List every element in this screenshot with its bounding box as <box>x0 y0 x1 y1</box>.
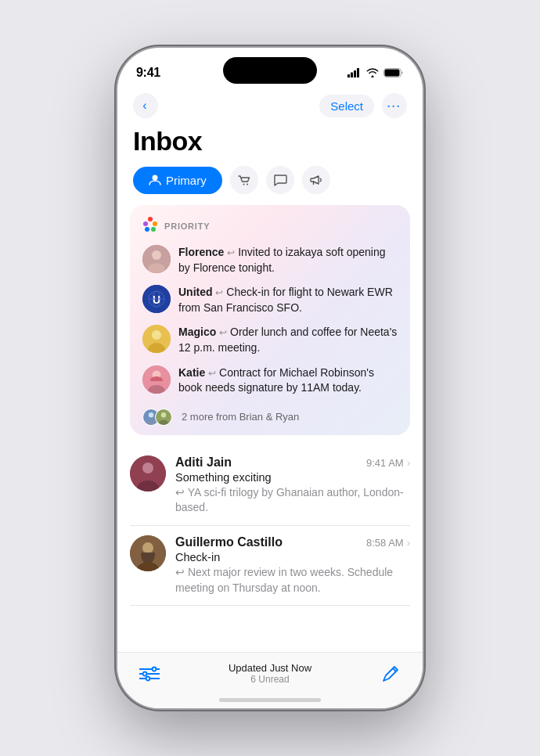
email-item-aditi[interactable]: Aditi Jain 9:41 AM › Something exciting … <box>130 446 410 526</box>
svg-point-12 <box>145 227 149 232</box>
svg-point-9 <box>148 217 153 221</box>
priority-header: PRIORITY <box>142 216 398 236</box>
priority-item-united[interactable]: U United ↩ Check-in for flight to Newark… <box>142 285 398 315</box>
reply-icon-florence: ↩ <box>227 247 235 260</box>
reply-icon-katie: ↩ <box>208 367 216 380</box>
priority-text-katie: Katie ↩ Contract for Michael Robinson's … <box>178 365 398 396</box>
unread-count: 6 Unread <box>229 674 311 685</box>
svg-point-13 <box>143 221 148 226</box>
nav-actions: Select ●●● <box>319 93 407 118</box>
megaphone-icon <box>309 173 323 187</box>
avatar-ryan <box>155 409 172 426</box>
filter-button[interactable] <box>136 661 163 687</box>
svg-point-38 <box>142 542 153 553</box>
back-button[interactable]: ‹ <box>133 93 158 118</box>
priority-item-florence[interactable]: Florence ↩ Invited to izakaya soft openi… <box>142 245 398 275</box>
email-header-guillermo: Guillermo Castillo 8:58 AM › <box>175 535 410 549</box>
chevron-icon-guillermo: › <box>407 537 410 549</box>
svg-rect-5 <box>385 70 400 77</box>
email-subject-guillermo: Check-in <box>175 551 410 563</box>
svg-rect-3 <box>357 68 359 77</box>
tab-primary-label: Primary <box>166 174 207 187</box>
avatar-united: U <box>142 285 171 313</box>
priority-label: PRIORITY <box>164 221 210 231</box>
united-avatar: U <box>142 285 171 313</box>
reply-icon-magico: ↩ <box>219 326 227 340</box>
svg-point-23 <box>152 330 161 340</box>
priority-text-magico: Magico ↩ Order lunch and coffee for Neet… <box>178 325 398 355</box>
email-preview-aditi: ↩ YA sci-fi trilogy by Ghanaian author, … <box>175 485 410 516</box>
priority-sender-katie: Katie <box>178 366 205 379</box>
svg-point-8 <box>247 184 248 185</box>
priority-sender-florence: Florence <box>178 246 224 258</box>
chevron-icon-aditi: › <box>407 457 410 469</box>
aditi-avatar-img <box>130 455 166 491</box>
guillermo-avatar-img <box>130 535 166 571</box>
avatar-aditi <box>130 455 166 491</box>
svg-point-6 <box>153 175 158 181</box>
chat-icon <box>273 173 287 187</box>
email-item-guillermo[interactable]: Guillermo Castillo 8:58 AM › Check-in ↩ … <box>130 526 410 606</box>
email-preview-guillermo: ↩ Next major review in two weeks. Schedu… <box>175 565 410 596</box>
reply-icon-united: ↩ <box>215 286 223 300</box>
compose-button[interactable] <box>377 661 404 687</box>
avatar-stack <box>142 409 167 426</box>
email-subject-aditi: Something exciting <box>175 471 410 484</box>
phone-frame: 9:41 ‹ <box>117 48 423 708</box>
avatar-magico <box>142 325 171 353</box>
priority-text-florence: Florence ↩ Invited to izakaya soft openi… <box>178 245 398 275</box>
svg-point-11 <box>151 227 156 232</box>
tab-shopping[interactable] <box>230 166 258 194</box>
select-button[interactable]: Select <box>319 95 374 117</box>
priority-item-magico[interactable]: Magico ↩ Order lunch and coffee for Neet… <box>142 325 398 355</box>
svg-rect-1 <box>351 73 353 78</box>
email-content-aditi: Aditi Jain 9:41 AM › Something exciting … <box>175 455 410 516</box>
svg-point-10 <box>153 221 157 226</box>
more-from-text: 2 more from Brian & Ryan <box>182 411 299 423</box>
page-title: Inbox <box>117 123 423 166</box>
bottom-center: Updated Just Now 6 Unread <box>229 662 311 685</box>
more-from-row[interactable]: 2 more from Brian & Ryan <box>142 405 398 426</box>
priority-sender-united: United <box>178 286 213 298</box>
nav-bar: ‹ Select ●●● <box>117 87 423 123</box>
svg-rect-0 <box>347 74 350 77</box>
updated-text: Updated Just Now <box>229 662 311 674</box>
home-indicator <box>219 698 321 702</box>
status-icons <box>347 68 404 77</box>
svg-point-7 <box>243 184 244 185</box>
filter-icon <box>139 665 160 682</box>
svg-point-29 <box>149 412 153 417</box>
signal-icon <box>347 68 362 77</box>
priority-icon <box>142 216 158 236</box>
status-bar: 9:41 <box>117 48 423 87</box>
email-list: Aditi Jain 9:41 AM › Something exciting … <box>117 446 423 606</box>
tab-promotions[interactable] <box>302 166 330 194</box>
magico-avatar <box>142 325 171 353</box>
email-header-aditi: Aditi Jain 9:41 AM › <box>175 455 410 470</box>
battery-icon <box>383 68 404 77</box>
tab-bar: Primary <box>117 166 423 205</box>
back-chevron-icon: ‹ <box>142 99 146 113</box>
tab-messages[interactable] <box>266 166 294 194</box>
priority-badge-icon <box>142 216 158 232</box>
shopping-icon <box>237 173 251 187</box>
avatar-guillermo <box>130 535 166 571</box>
wifi-icon <box>366 68 379 77</box>
email-time-aditi: 9:41 AM › <box>366 457 410 469</box>
katie-avatar <box>142 365 171 394</box>
svg-rect-2 <box>354 70 356 77</box>
email-sender-guillermo: Guillermo Castillo <box>175 535 283 549</box>
tab-primary[interactable]: Primary <box>133 167 222 194</box>
email-time-guillermo: 8:58 AM › <box>366 537 410 549</box>
compose-icon <box>380 664 401 684</box>
avatar-florence <box>142 245 171 273</box>
priority-text-united: United ↩ Check-in for flight to Newark E… <box>178 285 398 315</box>
more-button[interactable]: ●●● <box>382 93 407 118</box>
svg-point-15 <box>152 250 161 260</box>
florence-avatar <box>142 245 171 273</box>
status-time: 9:41 <box>136 66 160 80</box>
priority-item-katie[interactable]: Katie ↩ Contract for Michael Robinson's … <box>142 365 398 396</box>
priority-sender-magico: Magico <box>178 326 216 338</box>
avatar-katie <box>142 365 171 394</box>
svg-point-35 <box>142 463 153 473</box>
